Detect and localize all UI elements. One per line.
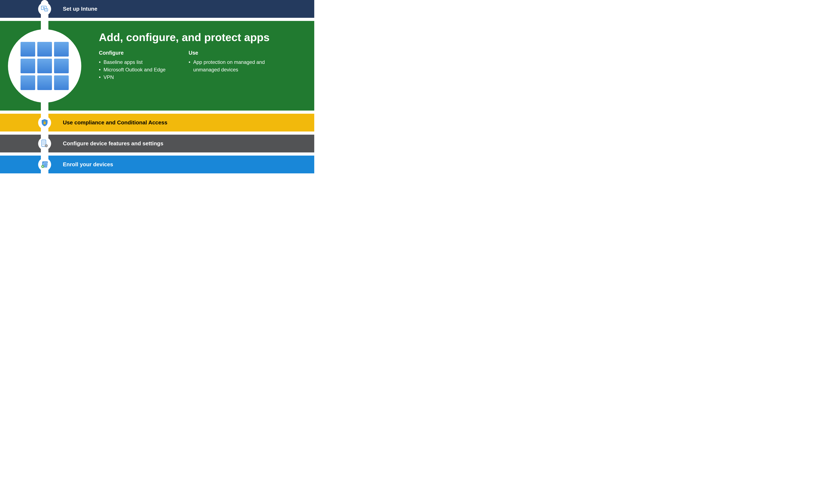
svg-rect-6 <box>54 42 69 56</box>
svg-rect-11 <box>37 75 52 90</box>
list-item: App protection on managed and unmanaged … <box>189 58 268 73</box>
hero-col-use-heading: Use <box>189 50 268 56</box>
list-item: Baseline apps list <box>99 58 165 66</box>
svg-line-23 <box>47 147 48 147</box>
svg-rect-4 <box>20 42 35 56</box>
node-setup <box>38 2 51 16</box>
svg-point-17 <box>46 145 47 146</box>
svg-line-24 <box>47 145 48 145</box>
node-configure <box>38 137 51 150</box>
node-compliance <box>38 116 51 129</box>
band-setup-label: Set up Intune <box>63 6 98 12</box>
svg-point-3 <box>46 10 47 10</box>
shield-lock-icon <box>41 119 48 126</box>
svg-rect-15 <box>42 141 45 145</box>
svg-rect-13 <box>43 122 46 124</box>
svg-rect-10 <box>20 75 35 90</box>
list-item: Microsoft Outlook and Edge <box>99 66 165 73</box>
hero-col-use-list: App protection on managed and unmanaged … <box>189 58 268 73</box>
band-enroll-label: Enroll your devices <box>63 161 113 168</box>
hero-col-use: Use App protection on managed and unmana… <box>189 50 268 81</box>
band-compliance-label: Use compliance and Conditional Access <box>63 119 168 126</box>
svg-line-22 <box>45 145 46 145</box>
hero-title: Add, configure, and protect apps <box>63 31 314 43</box>
tablet-gear-icon <box>41 140 48 148</box>
svg-rect-7 <box>20 59 35 73</box>
monitor-icon <box>41 6 48 12</box>
list-item: VPN <box>99 73 165 81</box>
devices-plus-icon <box>41 161 49 168</box>
node-enroll <box>38 158 51 171</box>
svg-rect-9 <box>54 59 69 73</box>
apps-grid-icon <box>20 42 69 90</box>
svg-rect-8 <box>37 59 52 73</box>
intune-steps-diagram: Set up Intune Add, configure, and protec… <box>0 0 314 190</box>
svg-line-25 <box>45 147 46 147</box>
svg-rect-27 <box>43 163 47 168</box>
band-configure-label: Configure device features and settings <box>63 140 163 147</box>
hero-col-configure: Configure Baseline apps list Microsoft O… <box>99 50 165 81</box>
svg-point-1 <box>43 7 45 8</box>
svg-rect-5 <box>37 42 52 56</box>
hero-col-configure-list: Baseline apps list Microsoft Outlook and… <box>99 58 165 81</box>
svg-rect-12 <box>54 75 69 90</box>
hero-col-configure-heading: Configure <box>99 50 165 56</box>
node-apps <box>8 29 81 103</box>
